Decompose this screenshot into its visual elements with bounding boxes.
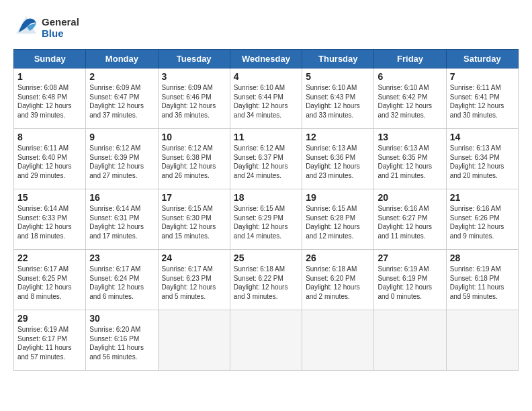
calendar-body: 1 Sunrise: 6:08 AMSunset: 6:48 PMDayligh…	[14, 68, 519, 371]
calendar-col-header: Wednesday	[230, 50, 302, 68]
day-number: 22	[17, 253, 82, 263]
day-number: 4	[234, 71, 298, 82]
calendar-day-cell: 25 Sunrise: 6:18 AMSunset: 6:22 PMDaylig…	[230, 250, 302, 310]
day-number: 28	[450, 253, 515, 263]
calendar-week-row: 15 Sunrise: 6:14 AMSunset: 6:33 PMDaylig…	[14, 189, 519, 250]
day-number: 5	[306, 71, 370, 82]
calendar-day-cell: 22 Sunrise: 6:17 AMSunset: 6:25 PMDaylig…	[14, 250, 86, 310]
calendar-day-cell: 21 Sunrise: 6:16 AMSunset: 6:26 PMDaylig…	[446, 189, 518, 250]
calendar-day-cell: 15 Sunrise: 6:14 AMSunset: 6:33 PMDaylig…	[14, 189, 86, 250]
calendar-day-cell: 9 Sunrise: 6:12 AMSunset: 6:39 PMDayligh…	[86, 129, 158, 189]
calendar-day-cell: 20 Sunrise: 6:16 AMSunset: 6:27 PMDaylig…	[374, 189, 446, 250]
day-number: 27	[378, 253, 442, 263]
day-number: 9	[89, 132, 154, 142]
calendar-day-cell: 14 Sunrise: 6:13 AMSunset: 6:34 PMDaylig…	[446, 129, 518, 189]
calendar-day-cell: 13 Sunrise: 6:13 AMSunset: 6:35 PMDaylig…	[374, 129, 446, 189]
calendar-header-row: SundayMondayTuesdayWednesdayThursdayFrid…	[14, 50, 519, 68]
day-info: Sunrise: 6:12 AMSunset: 6:39 PMDaylight:…	[89, 144, 154, 180]
day-info: Sunrise: 6:10 AMSunset: 6:44 PMDaylight:…	[234, 83, 298, 120]
logo-bird-icon	[13, 13, 39, 42]
day-info: Sunrise: 6:10 AMSunset: 6:42 PMDaylight:…	[378, 83, 442, 120]
day-info: Sunrise: 6:16 AMSunset: 6:26 PMDaylight:…	[450, 204, 515, 240]
calendar-day-cell: 23 Sunrise: 6:17 AMSunset: 6:24 PMDaylig…	[86, 250, 158, 310]
day-info: Sunrise: 6:19 AMSunset: 6:18 PMDaylight:…	[450, 265, 515, 301]
calendar-day-cell	[446, 310, 518, 371]
day-number: 26	[306, 253, 370, 263]
day-number: 29	[17, 313, 82, 324]
day-info: Sunrise: 6:15 AMSunset: 6:28 PMDaylight:…	[306, 204, 370, 240]
calendar-day-cell: 18 Sunrise: 6:15 AMSunset: 6:29 PMDaylig…	[230, 189, 302, 250]
calendar-day-cell	[302, 310, 374, 371]
calendar-day-cell: 19 Sunrise: 6:15 AMSunset: 6:28 PMDaylig…	[302, 189, 374, 250]
calendar-col-header: Monday	[86, 50, 158, 68]
day-info: Sunrise: 6:09 AMSunset: 6:46 PMDaylight:…	[162, 83, 226, 120]
day-info: Sunrise: 6:12 AMSunset: 6:37 PMDaylight:…	[234, 144, 298, 180]
day-info: Sunrise: 6:11 AMSunset: 6:40 PMDaylight:…	[17, 144, 82, 180]
day-number: 10	[162, 132, 226, 142]
calendar-day-cell: 8 Sunrise: 6:11 AMSunset: 6:40 PMDayligh…	[14, 129, 86, 189]
logo: General Blue	[13, 13, 79, 42]
calendar-week-row: 29 Sunrise: 6:19 AMSunset: 6:17 PMDaylig…	[14, 310, 519, 371]
calendar-col-header: Saturday	[446, 50, 518, 68]
day-number: 11	[234, 132, 298, 142]
day-info: Sunrise: 6:15 AMSunset: 6:30 PMDaylight:…	[162, 204, 226, 240]
calendar-col-header: Thursday	[302, 50, 374, 68]
calendar-day-cell: 17 Sunrise: 6:15 AMSunset: 6:30 PMDaylig…	[158, 189, 230, 250]
day-number: 14	[450, 132, 515, 142]
day-number: 15	[17, 192, 82, 203]
day-number: 19	[306, 192, 370, 203]
day-number: 18	[234, 192, 298, 203]
calendar-day-cell	[158, 310, 230, 371]
day-number: 24	[162, 253, 226, 263]
day-number: 21	[450, 192, 515, 203]
day-info: Sunrise: 6:15 AMSunset: 6:29 PMDaylight:…	[234, 204, 298, 240]
calendar-day-cell	[230, 310, 302, 371]
calendar-col-header: Sunday	[14, 50, 86, 68]
day-info: Sunrise: 6:12 AMSunset: 6:38 PMDaylight:…	[162, 144, 226, 180]
day-info: Sunrise: 6:20 AMSunset: 6:16 PMDaylight:…	[89, 325, 154, 361]
day-info: Sunrise: 6:17 AMSunset: 6:24 PMDaylight:…	[89, 265, 154, 301]
day-number: 20	[378, 192, 442, 203]
day-number: 6	[378, 71, 442, 82]
calendar-table: SundayMondayTuesdayWednesdayThursdayFrid…	[13, 49, 519, 371]
day-info: Sunrise: 6:10 AMSunset: 6:43 PMDaylight:…	[306, 83, 370, 120]
calendar-week-row: 1 Sunrise: 6:08 AMSunset: 6:48 PMDayligh…	[14, 68, 519, 129]
logo-text: General Blue	[42, 17, 79, 39]
calendar-day-cell: 30 Sunrise: 6:20 AMSunset: 6:16 PMDaylig…	[86, 310, 158, 371]
day-number: 1	[17, 71, 82, 82]
day-info: Sunrise: 6:18 AMSunset: 6:22 PMDaylight:…	[234, 265, 298, 301]
day-number: 25	[234, 253, 298, 263]
day-info: Sunrise: 6:11 AMSunset: 6:41 PMDaylight:…	[450, 83, 515, 120]
calendar-day-cell: 3 Sunrise: 6:09 AMSunset: 6:46 PMDayligh…	[158, 68, 230, 129]
day-info: Sunrise: 6:14 AMSunset: 6:33 PMDaylight:…	[17, 204, 82, 240]
calendar-day-cell: 28 Sunrise: 6:19 AMSunset: 6:18 PMDaylig…	[446, 250, 518, 310]
calendar-day-cell: 24 Sunrise: 6:17 AMSunset: 6:23 PMDaylig…	[158, 250, 230, 310]
page-header: General Blue	[13, 13, 519, 42]
calendar-day-cell: 26 Sunrise: 6:18 AMSunset: 6:20 PMDaylig…	[302, 250, 374, 310]
day-number: 7	[450, 71, 515, 82]
calendar-col-header: Tuesday	[158, 50, 230, 68]
day-info: Sunrise: 6:19 AMSunset: 6:17 PMDaylight:…	[17, 325, 82, 361]
day-info: Sunrise: 6:19 AMSunset: 6:19 PMDaylight:…	[378, 265, 442, 301]
day-info: Sunrise: 6:13 AMSunset: 6:35 PMDaylight:…	[378, 144, 442, 180]
calendar-day-cell: 4 Sunrise: 6:10 AMSunset: 6:44 PMDayligh…	[230, 68, 302, 129]
day-info: Sunrise: 6:17 AMSunset: 6:25 PMDaylight:…	[17, 265, 82, 301]
day-info: Sunrise: 6:14 AMSunset: 6:31 PMDaylight:…	[89, 204, 154, 240]
day-number: 16	[89, 192, 154, 203]
day-number: 8	[17, 132, 82, 142]
day-info: Sunrise: 6:13 AMSunset: 6:36 PMDaylight:…	[306, 144, 370, 180]
calendar-day-cell: 6 Sunrise: 6:10 AMSunset: 6:42 PMDayligh…	[374, 68, 446, 129]
calendar-col-header: Friday	[374, 50, 446, 68]
day-number: 17	[162, 192, 226, 203]
calendar-day-cell	[374, 310, 446, 371]
day-number: 23	[89, 253, 154, 263]
day-number: 13	[378, 132, 442, 142]
calendar-day-cell: 12 Sunrise: 6:13 AMSunset: 6:36 PMDaylig…	[302, 129, 374, 189]
day-info: Sunrise: 6:17 AMSunset: 6:23 PMDaylight:…	[162, 265, 226, 301]
calendar-week-row: 22 Sunrise: 6:17 AMSunset: 6:25 PMDaylig…	[14, 250, 519, 310]
day-info: Sunrise: 6:18 AMSunset: 6:20 PMDaylight:…	[306, 265, 370, 301]
calendar-week-row: 8 Sunrise: 6:11 AMSunset: 6:40 PMDayligh…	[14, 129, 519, 189]
calendar-day-cell: 5 Sunrise: 6:10 AMSunset: 6:43 PMDayligh…	[302, 68, 374, 129]
calendar-day-cell: 10 Sunrise: 6:12 AMSunset: 6:38 PMDaylig…	[158, 129, 230, 189]
day-number: 2	[89, 71, 154, 82]
